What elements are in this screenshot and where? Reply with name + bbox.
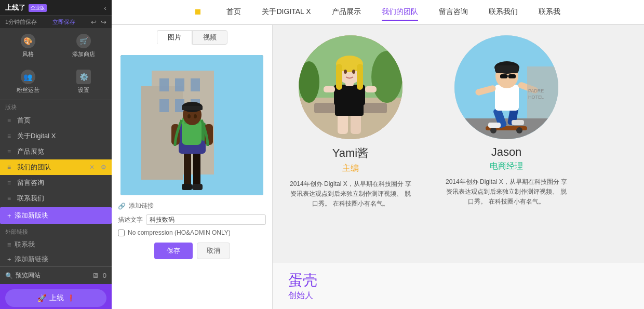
save-button[interactable]: 保存 xyxy=(154,243,193,259)
preview-label: 预览网站 xyxy=(16,271,41,280)
svg-text:PADRE: PADRE xyxy=(528,88,544,93)
save-now-link[interactable]: 立即保存 xyxy=(52,18,75,26)
undo-button[interactable]: ↩ xyxy=(91,18,97,26)
sidebar-header: 上线了 企业版 ‹ xyxy=(0,0,112,16)
tab-video-button[interactable]: 视频 xyxy=(192,30,227,45)
sidebar-item-contact-external[interactable]: ≡ 联系我 xyxy=(0,237,112,252)
autosave-bar: 1分钟前保存 立即保存 ↩ ↪ xyxy=(0,16,112,28)
warning-icon: ❗ xyxy=(67,294,75,302)
nav-dot xyxy=(195,9,200,15)
external-contact-label: 联系我 xyxy=(15,240,35,249)
svg-point-21 xyxy=(194,114,197,118)
image-preview xyxy=(120,55,263,195)
person-image xyxy=(120,55,263,195)
bottom-person-subtitle: 创始人 xyxy=(288,290,628,301)
settings-label: 设置 xyxy=(78,86,89,94)
sidebar: 上线了 企业版 ‹ 1分钟前保存 立即保存 ↩ ↪ 🎨 风格 🛒 添加商店 👥 … xyxy=(0,0,112,309)
sidebar-fans-item[interactable]: 👥 粉丝运营 xyxy=(0,64,56,100)
sidebar-icon-grid: 🎨 风格 🛒 添加商店 👥 粉丝运营 ⚙️ 设置 xyxy=(0,28,112,100)
sidebar-header-left: 上线了 企业版 xyxy=(5,3,47,12)
sidebar-item-home[interactable]: ≡ 首页 xyxy=(0,113,112,128)
drag-handle-icon: ≡ xyxy=(7,117,11,124)
sidebar-footer: 🔍 预览网站 🖥 0 xyxy=(0,266,112,284)
action-buttons: 保存 取消 xyxy=(112,238,272,263)
editor-tabs: 图片 视频 xyxy=(112,30,272,45)
top-nav: 首页 关于DIGITAL X 产品展示 我们的团队 留言咨询 联系我们 联系我 xyxy=(112,0,644,25)
sidebar-item-contact[interactable]: ≡ 联系我们 xyxy=(0,191,112,206)
external-links-label: 外部链接 xyxy=(0,225,112,237)
team-member-yami: Yami酱 主编 2014年创办 Digital X，从早期在科技圈分 享资讯表… xyxy=(288,35,413,209)
link-icon: 🔗 xyxy=(118,203,126,210)
fans-icon: 👥 xyxy=(21,70,35,84)
style-label: 风格 xyxy=(22,50,34,58)
redo-button[interactable]: ↪ xyxy=(101,18,106,26)
sidebar-item-products[interactable]: ≡ 产品展览 xyxy=(0,144,112,159)
no-compression-checkbox[interactable] xyxy=(118,230,125,236)
nav-products-label: 产品展览 xyxy=(17,147,44,156)
drag-handle-icon: ≡ xyxy=(7,241,11,249)
description-input[interactable] xyxy=(146,214,266,225)
no-compression-row: No compression (HO&ADMIN ONLY) xyxy=(112,227,272,238)
svg-rect-58 xyxy=(500,74,507,78)
nav-contact-label: 联系我们 xyxy=(17,194,44,203)
settings-icon: ⚙️ xyxy=(76,70,91,84)
sidebar-settings-item[interactable]: ⚙️ 设置 xyxy=(56,64,112,100)
top-nav-contact[interactable]: 联系我们 xyxy=(489,4,518,20)
right-team-area: Yami酱 主编 2014年创办 Digital X，从早期在科技圈分 享资讯表… xyxy=(273,25,644,309)
nav-team-label: 我们的团队 xyxy=(17,163,51,172)
svg-point-42 xyxy=(352,70,355,74)
bottom-name-area: 蛋壳 创始人 xyxy=(273,263,644,309)
sidebar-collapse-btn[interactable]: ‹ xyxy=(104,4,106,12)
top-nav-feedback[interactable]: 留言咨询 xyxy=(439,4,468,20)
drag-handle-icon: ≡ xyxy=(7,179,11,186)
remove-section-btn[interactable]: ✕ xyxy=(89,164,95,171)
jason-desc: 2014年创办 Digital X，从早期在科技圈分 享资讯表达观点到后来独立制… xyxy=(444,177,569,207)
sidebar-item-team[interactable]: ≡ 我们的团队 ✕ ⚙ xyxy=(0,159,112,175)
top-nav-about[interactable]: 关于DIGITAL X xyxy=(262,4,311,20)
preview-button[interactable]: 🔍 预览网站 xyxy=(5,271,41,280)
tab-image-button[interactable]: 图片 xyxy=(157,30,192,45)
yami-desc: 2014年创办 Digital X，从早期在科技圈分 享资讯表达观点到后来独立制… xyxy=(288,179,413,209)
drag-handle-icon: ≡ xyxy=(7,148,11,155)
monitor-icon[interactable]: 🖥 xyxy=(92,272,99,279)
jason-name: Jason xyxy=(491,145,522,159)
drag-handle-icon: ≡ xyxy=(7,132,11,140)
yami-name: Yami酱 xyxy=(332,145,369,161)
top-nav-team[interactable]: 我们的团队 xyxy=(382,4,418,21)
svg-text:HOTEL: HOTEL xyxy=(528,95,544,100)
svg-rect-6 xyxy=(159,99,169,112)
svg-rect-5 xyxy=(191,78,200,91)
cancel-button[interactable]: 取消 xyxy=(197,243,230,259)
add-block-button[interactable]: + 添加新版块 xyxy=(0,207,112,224)
svg-rect-35 xyxy=(365,86,377,92)
top-nav-contact-ext[interactable]: 联系我 xyxy=(539,4,560,20)
enterprise-badge: 企业版 xyxy=(29,4,47,12)
plus-icon: + xyxy=(7,212,11,220)
no-compression-label: No compression (HO&ADMIN ONLY) xyxy=(128,229,231,236)
svg-rect-19 xyxy=(182,106,203,110)
nav-home-label: 首页 xyxy=(17,116,31,125)
svg-rect-34 xyxy=(324,86,335,92)
svg-rect-51 xyxy=(512,120,524,125)
section-settings-btn[interactable]: ⚙ xyxy=(101,164,106,171)
svg-rect-60 xyxy=(507,75,509,77)
svg-point-27 xyxy=(371,51,403,103)
yami-title: 主编 xyxy=(342,163,359,174)
svg-rect-50 xyxy=(488,123,501,128)
add-link-button[interactable]: + 添加新链接 xyxy=(0,252,112,266)
svg-rect-12 xyxy=(192,184,203,190)
sidebar-item-feedback[interactable]: ≡ 留言咨询 xyxy=(0,175,112,191)
sidebar-style-item[interactable]: 🎨 风格 xyxy=(0,28,56,64)
sidebar-item-about[interactable]: ≡ 关于Digital X xyxy=(0,128,112,144)
yami-avatar xyxy=(299,35,403,139)
sections-label: 版块 xyxy=(0,100,112,113)
sidebar-store-item[interactable]: 🛒 添加商店 xyxy=(56,28,112,64)
top-nav-home[interactable]: 首页 xyxy=(226,4,241,20)
svg-rect-3 xyxy=(159,78,169,91)
top-nav-products[interactable]: 产品展示 xyxy=(332,4,361,20)
add-link-row[interactable]: 🔗 添加链接 xyxy=(112,199,272,212)
jason-avatar: PADRE HOTEL xyxy=(454,35,558,139)
content-area: 图片 视频 xyxy=(112,25,644,309)
svg-point-41 xyxy=(344,70,347,74)
publish-button[interactable]: 🚀 上线 ❗ xyxy=(5,289,106,307)
